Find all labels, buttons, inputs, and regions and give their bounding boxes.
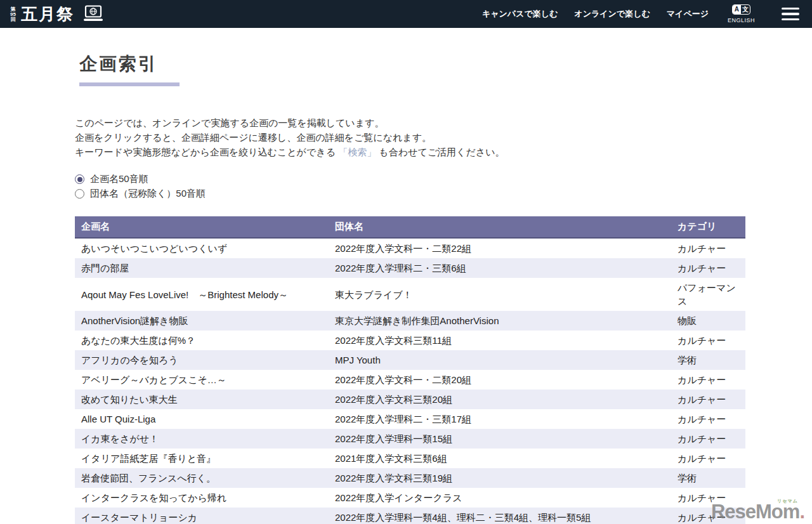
org-name-cell: 2022年度入学文科三類20組 <box>329 390 671 409</box>
logo-edition: 第 95 回 <box>10 7 16 22</box>
table-row[interactable]: アベリーグ～バカとブスこそ…～ 2022年度入学文科一・二類20組 カルチャー <box>75 370 745 390</box>
nav-mypage[interactable]: マイページ <box>667 8 709 20</box>
radio-unselected-icon <box>75 189 84 199</box>
sort-by-project-name-radio[interactable]: 企画名50音順 <box>75 172 745 187</box>
category-cell: 学術 <box>671 468 745 488</box>
category-cell: カルチャー <box>671 258 745 278</box>
nav-campus[interactable]: キャンパスで楽しむ <box>482 8 558 20</box>
category-cell: カルチャー <box>671 409 745 429</box>
org-name-cell: 2022年度入学文科一・二類22組 <box>329 238 671 258</box>
category-cell: カルチャー <box>671 238 745 258</box>
org-name-cell: 2022年度入学インタークラス <box>329 488 671 508</box>
project-name-cell: 岩倉使節団、フランスへ行く。 <box>75 468 329 488</box>
description-line: も合わせてご活用ください。 <box>376 147 504 157</box>
hamburger-menu-icon[interactable] <box>782 8 799 21</box>
translate-icon: A 文 <box>732 4 750 15</box>
project-name-cell: イースターマトリョーシカ <box>75 508 329 524</box>
title-underline <box>79 82 180 86</box>
table-row[interactable]: インタークラスを知ってから帰れ 2022年度入学インタークラス カルチャー <box>75 488 745 508</box>
description-line: このページでは、オンラインで実施する企画の一覧を掲載しています。 <box>75 117 384 128</box>
translate-icon-kanji: 文 <box>741 5 750 14</box>
language-toggle[interactable]: A 文 ENGLISH <box>728 4 755 23</box>
table-row[interactable]: イカ東をさがせ！ 2022年度入学理科一類15組 カルチャー <box>75 429 745 449</box>
description-line: キーワードや実施形態などから企画を絞り込むことができる <box>75 147 338 157</box>
table-row[interactable]: 改めて知りたい東大生 2022年度入学文科三類20組 カルチャー <box>75 390 745 409</box>
project-name-cell: AnotherVision謎解き物販 <box>75 311 329 331</box>
category-cell: カルチャー <box>671 370 745 390</box>
project-name-cell: 改めて知りたい東大生 <box>75 390 329 409</box>
org-name-cell: 2022年度入学文科一・二類20組 <box>329 370 671 390</box>
category-cell: カルチャー <box>671 390 745 409</box>
org-name-cell: 東大ラブライブ！ <box>329 278 671 311</box>
project-name-cell: あなたの東大生度は何%？ <box>75 331 329 350</box>
radio-label: 団体名（冠称除く）50音順 <box>90 188 206 200</box>
sort-options: 企画名50音順 団体名（冠称除く）50音順 <box>75 172 745 201</box>
category-cell: カルチャー <box>671 331 745 350</box>
category-cell: 学術 <box>671 350 745 370</box>
table-row[interactable]: Alle UT Quiz-Liga 2022年度入学理科二・三類17組 カルチャ… <box>75 409 745 429</box>
project-name-cell: インタークラスを知ってから帰れ <box>75 488 329 508</box>
org-name-cell: 2022年度入学理科二・三類6組 <box>329 258 671 278</box>
project-name-cell: イタリア語紙芝居『香りと音』 <box>75 449 329 468</box>
project-name-cell: アベリーグ～バカとブスこそ…～ <box>75 370 329 390</box>
table-row[interactable]: イタリア語紙芝居『香りと音』 2021年度入学文科三類6組 カルチャー <box>75 449 745 468</box>
page: 第 95 回 五月祭 キャンパスで楽しむ オンラインで楽しむ マイページ <box>0 0 812 524</box>
project-table-body: あいつそいつこいつどいつくいず 2022年度入学文科一・二類22組 カルチャー … <box>75 238 745 524</box>
org-name-cell: 東京大学謎解き制作集団AnotherVision <box>329 311 671 331</box>
org-name-cell: 2022年度入学理科一類15組 <box>329 429 671 449</box>
watermark-ruby: リセマム <box>777 499 798 503</box>
logo-edition-char: 回 <box>10 17 15 22</box>
category-cell: 物販 <box>671 311 745 331</box>
watermark-dot: . <box>799 501 804 523</box>
project-name-cell: Aqout May Fes LoveLive! ～Brightest Melod… <box>75 278 329 311</box>
org-name-cell: 2021年度入学文科三類6組 <box>329 449 671 468</box>
category-cell: カルチャー <box>671 449 745 468</box>
table-row[interactable]: Aqout May Fes LoveLive! ～Brightest Melod… <box>75 278 745 311</box>
project-table: 企画名 団体名 カテゴリ あいつそいつこいつどいつくいず 2022年度入学文科一… <box>75 216 745 524</box>
column-header-category: カテゴリ <box>671 216 745 238</box>
category-cell: パフォーマンス <box>671 278 745 311</box>
category-cell: カルチャー <box>671 429 745 449</box>
project-name-cell: イカ東をさがせ！ <box>75 429 329 449</box>
table-row[interactable]: アフリカの今を知ろう MPJ Youth 学術 <box>75 350 745 370</box>
watermark-text: ReseMom <box>711 501 799 523</box>
translate-icon-latin: A <box>733 5 741 14</box>
org-name-cell: 2022年度入学理科一類4組、理科二・三類4組、理科一類5組 <box>329 508 671 524</box>
page-description: このページでは、オンラインで実施する企画の一覧を掲載しています。 企画をクリック… <box>75 115 745 159</box>
org-name-cell: 2022年度入学理科二・三類17組 <box>329 409 671 429</box>
nav-online[interactable]: オンラインで楽しむ <box>574 8 650 20</box>
site-logo[interactable]: 第 95 回 五月祭 <box>10 3 103 25</box>
project-name-cell: アフリカの今を知ろう <box>75 350 329 370</box>
project-name-cell: 赤門の部屋 <box>75 258 329 278</box>
org-name-cell: 2022年度入学文科三類11組 <box>329 331 671 350</box>
top-nav: キャンパスで楽しむ オンラインで楽しむ マイページ A 文 ENGLISH <box>482 4 803 23</box>
table-header-row: 企画名 団体名 カテゴリ <box>75 216 745 238</box>
project-name-cell: Alle UT Quiz-Liga <box>75 409 329 429</box>
search-link[interactable]: 「検索」 <box>338 147 376 157</box>
description-line: 企画をクリックすると、企画詳細ページに遷移し、企画の詳細をご覧になれます。 <box>75 132 431 143</box>
org-name-cell: 2022年度入学文科三類19組 <box>329 468 671 488</box>
table-row[interactable]: イースターマトリョーシカ 2022年度入学理科一類4組、理科二・三類4組、理科一… <box>75 508 745 524</box>
page-title: 企画索引 <box>79 52 745 76</box>
site-header: 第 95 回 五月祭 キャンパスで楽しむ オンラインで楽しむ マイページ <box>0 0 812 28</box>
table-row[interactable]: 岩倉使節団、フランスへ行く。 2022年度入学文科三類19組 学術 <box>75 468 745 488</box>
project-name-cell: あいつそいつこいつどいつくいず <box>75 238 329 258</box>
column-header-org-name: 団体名 <box>329 216 671 238</box>
column-header-project-name: 企画名 <box>75 216 329 238</box>
language-label: ENGLISH <box>728 17 755 23</box>
laptop-globe-icon <box>83 5 103 25</box>
logo-title: 五月祭 <box>21 3 74 25</box>
resemom-watermark: リセマムReseMom. <box>711 502 804 521</box>
table-row[interactable]: あいつそいつこいつどいつくいず 2022年度入学文科一・二類22組 カルチャー <box>75 238 745 258</box>
radio-selected-icon <box>75 174 84 184</box>
table-row[interactable]: AnotherVision謎解き物販 東京大学謎解き制作集団AnotherVis… <box>75 311 745 331</box>
radio-label: 企画名50音順 <box>90 173 148 185</box>
main-content: 企画索引 このページでは、オンラインで実施する企画の一覧を掲載しています。 企画… <box>0 28 812 524</box>
sort-by-org-name-radio[interactable]: 団体名（冠称除く）50音順 <box>75 187 745 201</box>
table-row[interactable]: 赤門の部屋 2022年度入学理科二・三類6組 カルチャー <box>75 258 745 278</box>
org-name-cell: MPJ Youth <box>329 350 671 370</box>
table-row[interactable]: あなたの東大生度は何%？ 2022年度入学文科三類11組 カルチャー <box>75 331 745 350</box>
